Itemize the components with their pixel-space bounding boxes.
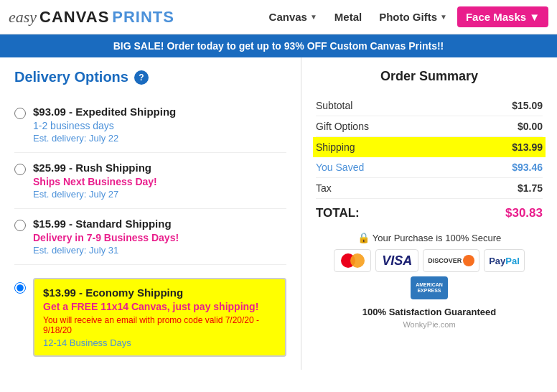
delivery-panel: Delivery Options ? $93.09 - Expedited Sh… [0, 57, 301, 370]
economy-price-label: $13.99 - Economy Shipping [43, 286, 276, 299]
secure-text-label: Your Purchase is 100% Secure [373, 233, 501, 243]
amex-text1: AMERICAN [416, 282, 443, 288]
nav-face-masks[interactable]: Face Masks ▼ [457, 6, 548, 27]
summary-row-saved: You Saved $93.46 [316, 157, 543, 178]
nav-canvas-arrow: ▼ [310, 13, 317, 21]
expedited-price-label: $93.09 - Expedited Shipping [33, 106, 286, 118]
shipping-value: $13.99 [512, 141, 543, 153]
delivery-title: Delivery Options ? [14, 69, 286, 85]
lock-icon: 🔒 [357, 232, 370, 243]
amex-icon: AMERICAN EXPRESS [411, 276, 448, 299]
discover-text: DISCOVER [428, 257, 462, 264]
secure-text: 🔒 Your Purchase is 100% Secure [316, 232, 543, 243]
logo-prints: PRINTS [112, 8, 174, 27]
saved-value: $93.46 [512, 162, 543, 173]
summary-row-tax: Tax $1.75 [316, 178, 543, 199]
mastercard-icon [334, 249, 371, 272]
subtotal-value: $15.09 [512, 100, 543, 111]
discover-dot [463, 255, 474, 266]
discover-icon: DISCOVER [423, 249, 479, 272]
delivery-title-text: Delivery Options [14, 69, 128, 85]
total-value: $30.83 [505, 206, 543, 220]
nav-canvas[interactable]: Canvas ▼ [262, 6, 324, 27]
rush-days: Ships Next Business Day! [33, 176, 286, 187]
logo-easy: easy [9, 8, 37, 27]
gift-label: Gift Options [316, 121, 369, 132]
sale-banner: BIG SALE! Order today to get up to 93% O… [0, 34, 557, 57]
option-content-rush: $25.99 - Rush Shipping Ships Next Busine… [33, 162, 286, 200]
radio-expedited[interactable] [14, 108, 26, 119]
option-content-standard: $15.99 - Standard Shipping Delivery in 7… [33, 218, 286, 256]
shipping-option-rush: $25.99 - Rush Shipping Ships Next Busine… [14, 153, 286, 209]
nav: Canvas ▼ Metal Photo Gifts ▼ Face Masks … [262, 6, 548, 27]
radio-standard[interactable] [14, 220, 26, 231]
payment-icons: VISA DISCOVER PayPal AMERICAN EXPRESS [316, 249, 543, 299]
radio-rush[interactable] [14, 164, 26, 175]
expedited-est: Est. delivery: July 22 [33, 133, 286, 144]
economy-note: You will receive an email with promo cod… [43, 315, 276, 335]
nav-face-masks-arrow: ▼ [529, 11, 540, 23]
nav-metal-label: Metal [334, 11, 362, 23]
summary-row-gift: Gift Options $0.00 [316, 116, 543, 137]
nav-photo-gifts-arrow: ▼ [440, 13, 447, 21]
shipping-label: Shipping [316, 141, 355, 153]
tax-value: $1.75 [518, 182, 543, 194]
nav-photo-gifts[interactable]: Photo Gifts ▼ [372, 6, 454, 27]
economy-promo: Get a FREE 11x14 Canvas, just pay shippi… [43, 301, 276, 312]
paypal-pay: Pay [489, 256, 505, 266]
sale-banner-text: BIG SALE! Order today to get up to 93% O… [113, 40, 444, 52]
total-row: TOTAL: $30.83 [316, 199, 543, 225]
shipping-option-standard: $15.99 - Standard Shipping Delivery in 7… [14, 209, 286, 265]
order-summary-panel: Order Summary Subtotal $15.09 Gift Optio… [301, 57, 557, 370]
amex-text2: EXPRESS [417, 288, 441, 294]
secure-section: 🔒 Your Purchase is 100% Secure VISA DISC… [316, 232, 543, 329]
total-label: TOTAL: [316, 206, 360, 220]
nav-photo-gifts-label: Photo Gifts [379, 11, 437, 23]
option-content-expedited: $93.09 - Expedited Shipping 1-2 business… [33, 106, 286, 144]
nav-canvas-label: Canvas [269, 11, 307, 23]
mc-circle2 [350, 253, 365, 268]
paypal-pal: Pal [505, 256, 520, 266]
paypal-icon: PayPal [484, 249, 525, 272]
satisfaction-text: 100% Satisfaction Guaranteed [316, 307, 543, 317]
help-icon[interactable]: ? [134, 70, 149, 85]
rush-price-label: $25.99 - Rush Shipping [33, 162, 286, 174]
nav-metal[interactable]: Metal [327, 6, 369, 27]
logo-canvas: CANVAS [39, 8, 109, 27]
expedited-days: 1-2 business days [33, 120, 286, 131]
summary-row-shipping: Shipping $13.99 [313, 137, 546, 157]
order-summary-title: Order Summary [316, 69, 543, 84]
standard-days: Delivery in 7-9 Business Days! [33, 232, 286, 243]
gift-value: $0.00 [518, 121, 543, 132]
economy-days: 12-14 Business Days [43, 337, 276, 348]
standard-price-label: $15.99 - Standard Shipping [33, 218, 286, 230]
shipping-option-economy: $13.99 - Economy Shipping Get a FREE 11x… [14, 265, 286, 358]
standard-est: Est. delivery: July 31 [33, 245, 286, 256]
logo: easy CANVAS PRINTS [9, 8, 174, 27]
economy-box: $13.99 - Economy Shipping Get a FREE 11x… [33, 278, 286, 357]
shipping-option-expedited: $93.09 - Expedited Shipping 1-2 business… [14, 97, 286, 153]
rush-est: Est. delivery: July 27 [33, 189, 286, 200]
header: easy CANVAS PRINTS Canvas ▼ Metal Photo … [0, 0, 557, 34]
nav-face-masks-label: Face Masks [466, 11, 526, 23]
radio-economy[interactable] [14, 282, 26, 294]
visa-icon: VISA [375, 249, 418, 272]
summary-row-subtotal: Subtotal $15.09 [316, 95, 543, 116]
wonky-pie: WonkyPie.com [316, 320, 543, 329]
tax-label: Tax [316, 182, 332, 194]
subtotal-label: Subtotal [316, 100, 352, 111]
saved-label: You Saved [316, 162, 364, 173]
main-content: Delivery Options ? $93.09 - Expedited Sh… [0, 57, 557, 370]
